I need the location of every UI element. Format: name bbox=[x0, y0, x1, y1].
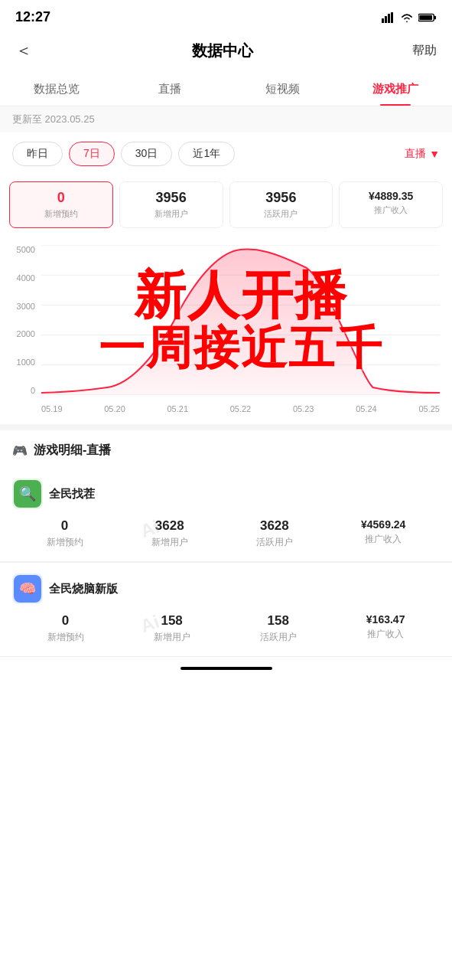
section-divider bbox=[0, 424, 452, 430]
svg-rect-3 bbox=[391, 12, 393, 23]
x-label-0523: 05.23 bbox=[293, 404, 314, 413]
chart-x-axis: 05.19 05.20 05.21 05.22 05.23 05.24 05.2… bbox=[41, 404, 440, 413]
game-stat-value-1-1: 3628 bbox=[151, 518, 188, 534]
section-title: 游戏明细-直播 bbox=[34, 443, 111, 459]
game-stat-1-reservation: 0 新增预约 bbox=[47, 518, 83, 549]
bottom-bar bbox=[0, 657, 452, 680]
wifi-icon bbox=[400, 12, 414, 23]
section-header: 🎮 游戏明细-直播 bbox=[0, 430, 452, 468]
x-label-0521: 05.21 bbox=[167, 404, 188, 413]
filter-year[interactable]: 近1年 bbox=[178, 142, 235, 166]
stat-card-income: ¥4889.35 推广收入 bbox=[339, 181, 443, 228]
y-label-0: 0 bbox=[31, 386, 35, 395]
game-stat-value-2-1: 158 bbox=[154, 613, 190, 629]
game-name-1: 全民找茬 bbox=[49, 487, 95, 501]
game-title-row-1: 🔍 全民找茬 bbox=[12, 468, 440, 518]
stat-label-reservation: 新增预约 bbox=[16, 208, 106, 220]
stat-label-activeusers: 活跃用户 bbox=[236, 208, 327, 220]
game-icon-2: 🧠 bbox=[12, 573, 43, 604]
game-stat-value-1-3: ¥4569.24 bbox=[361, 518, 405, 531]
y-label-5000: 5000 bbox=[17, 245, 35, 254]
svg-rect-2 bbox=[388, 14, 390, 23]
filter-yesterday[interactable]: 昨日 bbox=[12, 142, 63, 166]
game-stat-label-1-0: 新增预约 bbox=[47, 536, 83, 549]
line-chart-svg bbox=[41, 245, 440, 395]
game-item-2: 🧠 全民烧脑新版 0 新增预约 158 新增用户 158 活跃用户 ¥163.4… bbox=[0, 563, 452, 657]
chart-fill-area bbox=[41, 250, 440, 395]
x-label-0519: 05.19 bbox=[41, 404, 63, 413]
stat-value-activeusers: 3956 bbox=[236, 190, 327, 206]
game-stat-2-reservation: 0 新增预约 bbox=[47, 613, 84, 644]
battery-icon bbox=[418, 12, 437, 23]
game-stat-value-1-0: 0 bbox=[47, 518, 83, 534]
status-icons bbox=[382, 12, 437, 23]
section-icon: 🎮 bbox=[12, 443, 28, 458]
svg-text:🧠: 🧠 bbox=[19, 580, 37, 597]
time-filter: 昨日 7日 30日 近1年 直播 ▼ bbox=[0, 132, 452, 175]
svg-rect-0 bbox=[382, 18, 384, 23]
game-icon-1: 🔍 bbox=[12, 479, 43, 509]
tab-shortvideo[interactable]: 短视频 bbox=[226, 73, 340, 106]
stat-value-newusers: 3956 bbox=[126, 190, 216, 206]
home-indicator bbox=[180, 667, 272, 670]
stat-card-activeusers: 3956 活跃用户 bbox=[229, 181, 333, 228]
update-bar: 更新至 2023.05.25 bbox=[0, 106, 452, 132]
y-label-4000: 4000 bbox=[17, 273, 35, 283]
chart-svg-area bbox=[41, 245, 440, 395]
live-filter-button[interactable]: 直播 ▼ bbox=[405, 147, 440, 161]
back-button[interactable]: ＜ bbox=[15, 39, 32, 62]
game-stat-2-active: 158 活跃用户 bbox=[260, 613, 297, 644]
svg-rect-6 bbox=[419, 15, 432, 19]
game-stats-1: 0 新增预约 3628 新增用户 3628 活跃用户 ¥4569.24 推广收入… bbox=[12, 518, 440, 549]
stat-card-newusers: 3956 新增用户 bbox=[119, 181, 223, 228]
help-button[interactable]: 帮助 bbox=[412, 43, 437, 59]
tab-live[interactable]: 直播 bbox=[113, 73, 226, 106]
x-label-0525: 05.25 bbox=[418, 404, 440, 413]
game-stat-value-2-2: 158 bbox=[260, 613, 297, 629]
game-stat-value-2-0: 0 bbox=[47, 613, 84, 629]
tab-overview[interactable]: 数据总览 bbox=[0, 73, 113, 106]
game-stat-2-income: ¥163.47 推广收入 bbox=[366, 613, 405, 644]
game-stat-1-income: ¥4569.24 推广收入 bbox=[361, 518, 405, 549]
game-title-row-2: 🧠 全民烧脑新版 bbox=[12, 563, 440, 613]
dropdown-arrow-icon: ▼ bbox=[429, 148, 440, 160]
stat-value-income: ¥4889.35 bbox=[346, 190, 436, 202]
tab-bar: 数据总览 直播 短视频 游戏推广 bbox=[0, 73, 452, 106]
y-label-3000: 3000 bbox=[17, 302, 35, 311]
signal-icon bbox=[382, 12, 395, 23]
game-name-2: 全民烧脑新版 bbox=[49, 582, 118, 596]
tab-game[interactable]: 游戏推广 bbox=[339, 73, 452, 106]
stat-value-reservation: 0 bbox=[16, 190, 106, 206]
page-header: ＜ 数据中心 帮助 bbox=[0, 31, 452, 73]
svg-text:🔍: 🔍 bbox=[19, 485, 37, 502]
game-stat-label-2-3: 推广收入 bbox=[366, 628, 405, 641]
x-label-0524: 05.24 bbox=[356, 404, 377, 413]
stats-row: 0 新增预约 3956 新增用户 3956 活跃用户 ¥4889.35 推广收入 bbox=[0, 175, 452, 234]
chart-y-axis: 5000 4000 3000 2000 1000 0 bbox=[8, 245, 38, 395]
x-label-0520: 05.20 bbox=[104, 404, 125, 413]
x-label-0522: 05.22 bbox=[230, 404, 252, 413]
stat-label-newusers: 新增用户 bbox=[126, 208, 216, 220]
game-stat-label-1-1: 新增用户 bbox=[151, 536, 188, 549]
game-item-1: 🔍 全民找茬 0 新增预约 3628 新增用户 3628 活跃用户 ¥4569.… bbox=[0, 468, 452, 562]
chart-container: 5000 4000 3000 2000 1000 0 bbox=[0, 237, 452, 421]
filter-7days[interactable]: 7日 bbox=[69, 142, 115, 166]
game-stats-2: 0 新增预约 158 新增用户 158 活跃用户 ¥163.47 推广收入 Ai bbox=[12, 613, 440, 644]
game-stat-value-2-3: ¥163.47 bbox=[366, 613, 405, 626]
game-stat-value-1-2: 3628 bbox=[256, 518, 293, 534]
page-title: 数据中心 bbox=[192, 41, 253, 61]
game-stat-2-newusers: 158 新增用户 bbox=[154, 613, 190, 644]
svg-rect-1 bbox=[385, 16, 387, 23]
game-icon-svg-1: 🔍 bbox=[14, 480, 41, 508]
status-bar: 12:27 bbox=[0, 0, 452, 31]
game-stat-label-1-2: 活跃用户 bbox=[256, 536, 293, 549]
filter-30days[interactable]: 30日 bbox=[121, 142, 173, 166]
game-stat-1-newusers: 3628 新增用户 bbox=[151, 518, 188, 549]
game-stat-1-active: 3628 活跃用户 bbox=[256, 518, 293, 549]
chart-wrapper: 5000 4000 3000 2000 1000 0 bbox=[8, 245, 440, 413]
stat-card-reservation: 0 新增预约 bbox=[9, 181, 113, 228]
game-stat-label-2-1: 新增用户 bbox=[154, 631, 190, 644]
y-label-1000: 1000 bbox=[17, 358, 35, 367]
game-stat-label-2-0: 新增预约 bbox=[47, 631, 84, 644]
game-stat-label-1-3: 推广收入 bbox=[361, 533, 405, 546]
